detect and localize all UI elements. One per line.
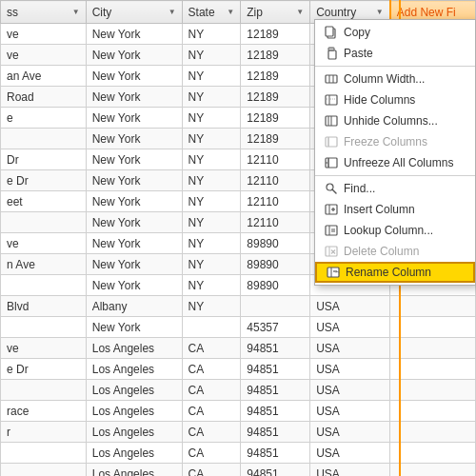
cell-address: ve bbox=[1, 24, 87, 45]
cell-city: New York bbox=[86, 87, 182, 108]
header-address[interactable]: ss ▼ bbox=[1, 1, 87, 24]
cell-zip: 12110 bbox=[241, 149, 310, 170]
insert-column-icon bbox=[323, 202, 340, 217]
cell-state: CA bbox=[182, 380, 241, 401]
menu-item-delete-column[interactable]: Delete Column bbox=[315, 241, 475, 262]
cell-state: CA bbox=[182, 359, 241, 380]
cell-state: NY bbox=[182, 233, 241, 254]
rename-column-icon bbox=[325, 265, 342, 280]
menu-item-unhide-columns[interactable]: Unhide Columns... bbox=[315, 110, 475, 131]
svg-rect-7 bbox=[326, 95, 337, 105]
cell-address bbox=[1, 464, 87, 477]
find-label: Find... bbox=[344, 182, 467, 195]
cell-country: USA bbox=[310, 317, 390, 338]
rename-column-label: Rename Column bbox=[346, 266, 466, 279]
menu-item-paste[interactable]: Paste bbox=[315, 43, 475, 64]
menu-item-find[interactable]: Find... bbox=[315, 178, 475, 199]
cell-state: NY bbox=[182, 45, 241, 66]
menu-item-column-width[interactable]: Column Width... bbox=[315, 69, 475, 89]
cell-address: Road bbox=[1, 87, 87, 108]
cell-address: ve bbox=[1, 45, 87, 66]
table-row: BlvdAlbanyNYUSA bbox=[1, 296, 476, 317]
header-state[interactable]: State ▼ bbox=[182, 1, 241, 24]
cell-country: USA bbox=[310, 422, 390, 443]
menu-item-lookup-column[interactable]: Lookup Column... bbox=[315, 220, 475, 241]
header-zip[interactable]: Zip ▼ bbox=[241, 1, 310, 24]
cell-zip: 12189 bbox=[241, 45, 310, 66]
cell-address: r bbox=[1, 422, 87, 443]
cell-state: NY bbox=[182, 170, 241, 191]
svg-rect-32 bbox=[327, 268, 339, 277]
cell-city: Los Angeles bbox=[86, 422, 182, 443]
cell-addnew bbox=[390, 464, 476, 477]
cell-city: Los Angeles bbox=[86, 443, 182, 464]
menu-item-hide-columns[interactable]: Hide Columns bbox=[315, 89, 475, 110]
cell-country: USA bbox=[310, 380, 390, 401]
cell-address bbox=[1, 317, 87, 338]
menu-item-insert-column[interactable]: Insert Column bbox=[315, 199, 475, 220]
delete-column-icon bbox=[323, 244, 340, 259]
cell-country: USA bbox=[310, 338, 390, 359]
cell-city: New York bbox=[86, 254, 182, 275]
menu-item-copy[interactable]: Copy bbox=[315, 22, 475, 43]
cell-state: CA bbox=[182, 422, 241, 443]
cell-zip: 94851 bbox=[241, 380, 310, 401]
cell-state: NY bbox=[182, 129, 241, 149]
cell-addnew bbox=[390, 359, 476, 380]
cell-city: New York bbox=[86, 317, 182, 338]
find-icon bbox=[323, 181, 340, 196]
cell-zip: 12189 bbox=[241, 66, 310, 87]
cell-country: USA bbox=[310, 464, 390, 477]
cell-state: NY bbox=[182, 108, 241, 129]
cell-state: CA bbox=[182, 338, 241, 359]
freeze-columns-icon bbox=[323, 134, 340, 149]
address-dropdown-arrow[interactable]: ▼ bbox=[72, 8, 80, 16]
cell-city: New York bbox=[86, 191, 182, 212]
table-row: New York45357USA bbox=[1, 317, 476, 338]
cell-address: ve bbox=[1, 233, 87, 254]
context-menu: Copy Paste Column Width... bbox=[314, 19, 476, 286]
cell-address: ve bbox=[1, 338, 87, 359]
state-dropdown-arrow[interactable]: ▼ bbox=[227, 8, 234, 16]
zip-dropdown-arrow[interactable]: ▼ bbox=[296, 8, 304, 16]
menu-item-rename-column[interactable]: Rename Column bbox=[315, 262, 475, 283]
cell-country: USA bbox=[310, 443, 390, 464]
cell-city: New York bbox=[86, 24, 182, 45]
cell-zip: 94851 bbox=[241, 422, 310, 443]
cell-city: Los Angeles bbox=[86, 380, 182, 401]
cell-address: n Ave bbox=[1, 254, 87, 275]
menu-item-unfreeze-columns[interactable]: Unfreeze All Columns bbox=[315, 152, 475, 173]
cell-city: Albany bbox=[86, 296, 182, 317]
cell-zip: 94851 bbox=[241, 464, 310, 477]
cell-state: NY bbox=[182, 149, 241, 170]
cell-zip: 12189 bbox=[241, 24, 310, 45]
unfreeze-columns-label: Unfreeze All Columns bbox=[344, 156, 467, 169]
column-width-label: Column Width... bbox=[344, 72, 467, 86]
separator-1 bbox=[315, 66, 475, 67]
cell-zip: 12110 bbox=[241, 191, 310, 212]
table-row: rLos AngelesCA94851USA bbox=[1, 422, 476, 443]
cell-zip: 12189 bbox=[241, 87, 310, 108]
menu-item-freeze-columns[interactable]: Freeze Columns bbox=[315, 131, 475, 152]
cell-zip: 89890 bbox=[241, 254, 310, 275]
cell-city: Los Angeles bbox=[86, 464, 182, 477]
unfreeze-columns-icon bbox=[323, 155, 340, 170]
delete-column-label: Delete Column bbox=[344, 245, 467, 258]
column-width-icon bbox=[323, 71, 340, 87]
table-row: e DrLos AngelesCA94851USA bbox=[1, 359, 476, 380]
city-dropdown-arrow[interactable]: ▼ bbox=[169, 8, 176, 16]
cell-state: NY bbox=[182, 296, 241, 317]
header-city[interactable]: City ▼ bbox=[86, 1, 182, 24]
cell-country: USA bbox=[310, 401, 390, 422]
cell-zip: 94851 bbox=[241, 443, 310, 464]
cell-city: New York bbox=[86, 170, 182, 191]
cell-zip: 45357 bbox=[241, 317, 310, 338]
cell-city: New York bbox=[86, 66, 182, 87]
cell-addnew bbox=[390, 401, 476, 422]
svg-rect-3 bbox=[328, 48, 334, 50]
country-dropdown-arrow[interactable]: ▼ bbox=[376, 8, 384, 16]
insert-column-label: Insert Column bbox=[344, 203, 467, 216]
unhide-columns-icon bbox=[323, 113, 340, 129]
cell-address: an Ave bbox=[1, 66, 87, 87]
cell-city: New York bbox=[86, 233, 182, 254]
